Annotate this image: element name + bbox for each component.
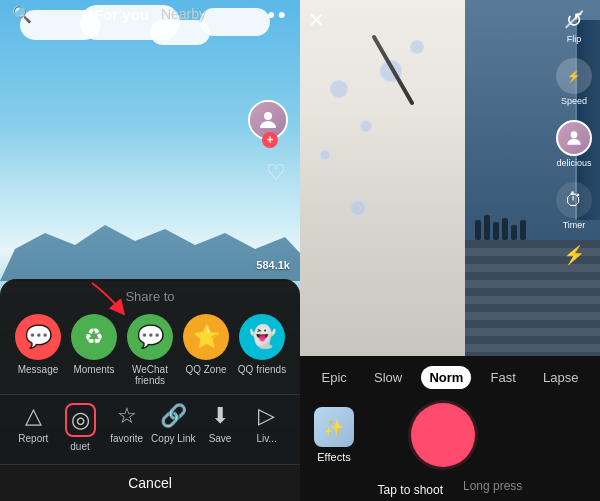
bubble-5 [350,200,366,216]
share-icons-row: 💬 Message ♻ Moments 💬 WeChatfriends [0,314,300,386]
flash-off-icon: ⚡ [563,244,585,266]
report-icon: △ [25,403,42,429]
tab-norm[interactable]: Norm [421,366,471,389]
action-live[interactable]: ▷ Liv... [243,403,290,452]
person-6 [520,220,526,240]
tab-epic[interactable]: Epic [314,366,355,389]
moments-icon: ♻ [84,324,104,350]
right-panel: ✕ ↺ Flip ⚡ Speed delicious [300,0,600,501]
favorite-label: favorite [110,433,143,444]
share-qq-friends[interactable]: 👻 QQ friends [234,314,290,386]
filter-label: delicious [556,158,591,168]
effects-label: Effects [317,451,350,463]
qq-zone-icon-circle: ⭐ [183,314,229,360]
person-1 [475,220,481,240]
left-header: 🔍 For you Nearby ●● [0,0,300,28]
message-label: Message [18,364,59,375]
save-icon: ⬇ [211,403,229,429]
message-icon: 💬 [25,324,52,350]
share-to-label: Share to [0,289,300,304]
share-message[interactable]: 💬 Message [10,314,66,386]
long-press-label: Long press [463,479,522,497]
mountain [0,201,300,281]
share-overlay: Share to 💬 Message ♻ Moments 💬 [0,279,300,501]
speed-icon: ⚡ [556,58,592,94]
wechat-icon-circle: 💬 [127,314,173,360]
mute-control[interactable]: ⚡ [563,244,585,266]
tab-slow[interactable]: Slow [366,366,410,389]
search-icon[interactable]: 🔍 [12,5,32,24]
action-copy-link[interactable]: 🔗 Copy Link [150,403,197,452]
like-icon[interactable]: ♡ [266,160,286,186]
bubble-6 [410,40,424,54]
tab-lapse[interactable]: Lapse [535,366,586,389]
cancel-button[interactable]: Cancel [0,464,300,501]
speed-control[interactable]: ⚡ Speed [556,58,592,106]
tap-to-shoot-label: Tap to shoot [378,479,443,497]
message-icon-circle: 💬 [15,314,61,360]
speed-label: Speed [561,96,587,106]
effects-thumbnail: ✨ [314,407,354,447]
tab-nearby[interactable]: Nearby [161,6,206,22]
share-wechat[interactable]: 💬 WeChatfriends [122,314,178,386]
moments-label: Moments [73,364,114,375]
timer-label: Timer [563,220,586,230]
record-row: ✨ Effects [300,395,600,475]
action-favorite[interactable]: ☆ favorite [103,403,150,452]
action-save[interactable]: ⬇ Save [197,403,244,452]
left-panel: 🔍 For you Nearby ●● + ♡ 584.1k Share to … [0,0,300,501]
wechat-icon: 💬 [137,324,164,350]
duet-icon: ◎ [65,403,96,437]
share-qq-zone[interactable]: ⭐ QQ Zone [178,314,234,386]
nav-tabs: For you Nearby [94,6,206,23]
report-label: Report [18,433,48,444]
flip-label: Flip [567,34,582,44]
live-icon: ▷ [258,403,275,429]
view-count: 584.1k [256,259,290,271]
qq-zone-label: QQ Zone [185,364,226,375]
tab-fast[interactable]: Fast [482,366,523,389]
person-5 [511,225,517,240]
action-report[interactable]: △ Report [10,403,57,452]
record-button[interactable] [411,403,475,467]
person-3 [493,222,499,240]
speed-tabs: Epic Slow Norm Fast Lapse [300,356,600,395]
filter-control[interactable]: delicious [556,120,592,168]
svg-point-0 [264,112,272,120]
person-2 [484,215,490,240]
bubble-4 [320,150,330,160]
tab-for-you[interactable]: For you [94,6,149,23]
qq-zone-icon: ⭐ [193,324,220,350]
shoot-labels: Tap to shoot Long press [300,475,600,501]
live-label: Liv... [257,433,277,444]
filter-avatar [556,120,592,156]
close-button[interactable]: ✕ [308,8,325,32]
bottom-controls: Epic Slow Norm Fast Lapse ✨ Effects Tap … [300,356,600,501]
action-duet[interactable]: ◎ duet [57,403,104,452]
bubble-1 [330,80,348,98]
copy-link-label: Copy Link [151,433,195,444]
action-row: △ Report ◎ duet ☆ favorite 🔗 Copy Link ⬇ [0,394,300,460]
bubble-2 [360,120,372,132]
right-video-area [300,0,600,360]
more-options-icon[interactable]: ●● [267,6,288,22]
right-video-left [300,0,465,360]
share-moments[interactable]: ♻ Moments [66,314,122,386]
save-label: Save [209,433,232,444]
timer-control[interactable]: ⏱ Timer [556,182,592,230]
copy-link-icon: 🔗 [160,403,187,429]
timer-icon: ⏱ [556,182,592,218]
svg-point-1 [571,131,578,138]
moments-icon-circle: ♻ [71,314,117,360]
close-icon: ✕ [308,9,325,31]
qq-friends-icon-circle: 👻 [239,314,285,360]
qq-friends-label: QQ friends [238,364,286,375]
follow-button[interactable]: + [262,132,278,148]
wechat-label: WeChatfriends [132,364,168,386]
right-controls: ↺ Flip ⚡ Speed delicious ⏱ Timer [556,8,592,266]
duet-label: duet [70,441,89,452]
person-4 [502,218,508,240]
effects-button[interactable]: ✨ Effects [314,407,354,463]
qq-friends-icon: 👻 [249,324,276,350]
favorite-icon: ☆ [117,403,137,429]
